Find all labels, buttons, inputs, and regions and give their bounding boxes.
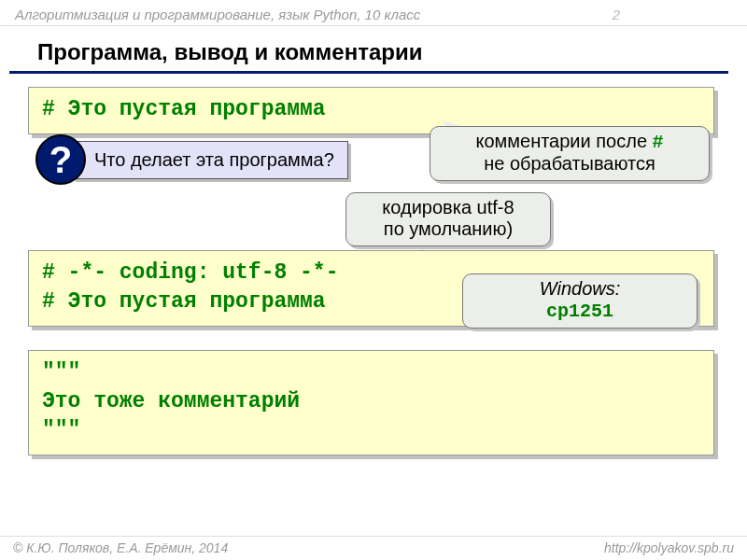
- callout-windows-encoding: Windows: cp1251: [462, 273, 698, 329]
- footer-url: http://kpolyakov.spb.ru: [604, 540, 734, 560]
- callout-line: кодировка utf-8: [382, 197, 514, 217]
- slide-header: Алгоритмизация и программирование, язык …: [0, 0, 747, 26]
- code-line: """: [42, 416, 700, 445]
- windows-label: Windows:: [540, 278, 621, 299]
- code-box-3: """ Это тоже комментарий """: [28, 350, 714, 455]
- slide-title: Программа, вывод и комментарии: [9, 26, 728, 74]
- callout-text: не обрабатываются: [484, 153, 655, 174]
- slide-footer: © К.Ю. Поляков, Е.А. Ерёмин, 2014 http:/…: [0, 536, 747, 560]
- callout-text: комментарии после: [475, 131, 652, 151]
- windows-encoding: cp1251: [546, 301, 613, 322]
- question-block: ? Что делает эта программа?: [35, 134, 348, 185]
- callout-comments-after-hash: комментарии после # не обрабатываются: [430, 126, 710, 181]
- footer-copyright: © К.Ю. Поляков, Е.А. Ерёмин, 2014: [13, 540, 228, 560]
- header-subject: Алгоритмизация и программирование, язык …: [15, 7, 420, 22]
- callout-encoding: кодировка utf-8 по умолчанию): [345, 192, 551, 246]
- code-line: # Это пустая программа: [42, 95, 700, 124]
- code-line: """: [42, 358, 700, 387]
- question-mark-icon: ?: [35, 134, 86, 185]
- question-text: Что делает эта программа?: [73, 141, 348, 179]
- callout-line: по умолчанию): [384, 218, 513, 239]
- page-number: 2: [613, 7, 620, 22]
- code-line: Это тоже комментарий: [42, 387, 700, 416]
- hash-symbol: #: [653, 132, 664, 153]
- code-box-3-wrap: """ Это тоже комментарий """: [28, 350, 714, 472]
